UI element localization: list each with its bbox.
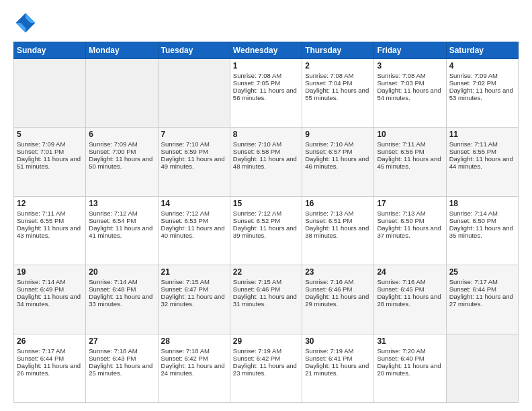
sunset-text: Sunset: 6:58 PM	[233, 148, 299, 155]
header	[13, 11, 519, 35]
daylight-text: Daylight: 11 hours and 28 minutes.	[377, 293, 443, 308]
calendar-header-saturday: Saturday	[446, 42, 518, 59]
calendar-cell: 26Sunrise: 7:17 AMSunset: 6:44 PMDayligh…	[14, 334, 86, 402]
day-number: 13	[89, 199, 154, 208]
daylight-text: Daylight: 11 hours and 49 minutes.	[161, 155, 227, 170]
sunrise-text: Sunrise: 7:11 AM	[449, 140, 515, 148]
day-number: 18	[449, 199, 515, 208]
daylight-text: Daylight: 11 hours and 38 minutes.	[305, 224, 371, 239]
sunrise-text: Sunrise: 7:13 AM	[377, 210, 443, 217]
daylight-text: Daylight: 11 hours and 34 minutes.	[17, 293, 83, 308]
sunrise-text: Sunrise: 7:17 AM	[17, 347, 83, 355]
sunrise-text: Sunrise: 7:10 AM	[305, 140, 371, 148]
calendar-cell: 17Sunrise: 7:13 AMSunset: 6:50 PMDayligh…	[374, 196, 446, 265]
daylight-text: Daylight: 11 hours and 37 minutes.	[377, 224, 443, 239]
calendar-cell: 31Sunrise: 7:20 AMSunset: 6:40 PMDayligh…	[374, 334, 446, 402]
day-number: 27	[89, 336, 154, 346]
calendar-cell: 5Sunrise: 7:09 AMSunset: 7:01 PMDaylight…	[14, 128, 86, 196]
daylight-text: Daylight: 11 hours and 53 minutes.	[449, 87, 515, 101]
sunset-text: Sunset: 6:59 PM	[161, 148, 227, 155]
calendar-cell: 19Sunrise: 7:14 AMSunset: 6:49 PMDayligh…	[14, 265, 86, 334]
sunset-text: Sunset: 6:53 PM	[161, 217, 227, 224]
sunset-text: Sunset: 6:41 PM	[305, 355, 371, 362]
daylight-text: Daylight: 11 hours and 33 minutes.	[89, 293, 154, 308]
sunset-text: Sunset: 6:56 PM	[377, 148, 443, 155]
daylight-text: Daylight: 11 hours and 44 minutes.	[449, 155, 515, 170]
calendar-cell: 3Sunrise: 7:08 AMSunset: 7:03 PMDaylight…	[374, 59, 446, 128]
calendar-header-wednesday: Wednesday	[230, 42, 302, 59]
calendar-cell: 27Sunrise: 7:18 AMSunset: 6:43 PMDayligh…	[86, 334, 158, 402]
daylight-text: Daylight: 11 hours and 35 minutes.	[449, 224, 515, 239]
day-number: 6	[89, 130, 154, 139]
sunset-text: Sunset: 6:50 PM	[377, 217, 443, 224]
calendar-week-row: 26Sunrise: 7:17 AMSunset: 6:44 PMDayligh…	[14, 334, 519, 402]
sunset-text: Sunset: 6:43 PM	[89, 355, 154, 362]
daylight-text: Daylight: 11 hours and 20 minutes.	[377, 362, 443, 377]
sunrise-text: Sunrise: 7:09 AM	[449, 72, 515, 79]
sunrise-text: Sunrise: 7:13 AM	[305, 210, 371, 217]
sunrise-text: Sunrise: 7:18 AM	[89, 347, 154, 355]
sunset-text: Sunset: 6:42 PM	[233, 355, 299, 362]
day-number: 5	[17, 130, 83, 139]
calendar-cell: 4Sunrise: 7:09 AMSunset: 7:02 PMDaylight…	[446, 59, 518, 128]
day-number: 14	[161, 199, 227, 208]
day-number: 31	[377, 336, 443, 346]
daylight-text: Daylight: 11 hours and 31 minutes.	[233, 293, 299, 308]
day-number: 25	[449, 267, 515, 277]
daylight-text: Daylight: 11 hours and 54 minutes.	[377, 87, 443, 101]
sunrise-text: Sunrise: 7:09 AM	[17, 140, 83, 148]
calendar-cell	[158, 59, 230, 128]
calendar-cell: 29Sunrise: 7:19 AMSunset: 6:42 PMDayligh…	[230, 334, 302, 402]
sunset-text: Sunset: 7:05 PM	[233, 79, 299, 87]
sunrise-text: Sunrise: 7:17 AM	[449, 278, 515, 285]
day-number: 17	[377, 199, 443, 208]
sunset-text: Sunset: 7:01 PM	[17, 148, 83, 155]
sunrise-text: Sunrise: 7:10 AM	[161, 140, 227, 148]
daylight-text: Daylight: 11 hours and 48 minutes.	[233, 155, 299, 170]
sunset-text: Sunset: 7:02 PM	[449, 79, 515, 87]
sunrise-text: Sunrise: 7:14 AM	[89, 278, 154, 285]
daylight-text: Daylight: 11 hours and 43 minutes.	[17, 224, 83, 239]
daylight-text: Daylight: 11 hours and 39 minutes.	[233, 224, 299, 239]
calendar-cell	[14, 59, 86, 128]
sunrise-text: Sunrise: 7:11 AM	[377, 140, 443, 148]
day-number: 2	[305, 61, 371, 71]
calendar-header-friday: Friday	[374, 42, 446, 59]
calendar-cell: 13Sunrise: 7:12 AMSunset: 6:54 PMDayligh…	[86, 196, 158, 265]
sunset-text: Sunset: 6:44 PM	[17, 355, 83, 362]
sunset-text: Sunset: 7:04 PM	[305, 79, 371, 87]
day-number: 30	[305, 336, 371, 346]
calendar-cell: 16Sunrise: 7:13 AMSunset: 6:51 PMDayligh…	[302, 196, 374, 265]
sunrise-text: Sunrise: 7:08 AM	[233, 72, 299, 79]
day-number: 23	[305, 267, 371, 277]
calendar-cell: 2Sunrise: 7:08 AMSunset: 7:04 PMDaylight…	[302, 59, 374, 128]
calendar-week-row: 12Sunrise: 7:11 AMSunset: 6:55 PMDayligh…	[14, 196, 519, 265]
daylight-text: Daylight: 11 hours and 41 minutes.	[89, 224, 154, 239]
calendar-cell: 30Sunrise: 7:19 AMSunset: 6:41 PMDayligh…	[302, 334, 374, 402]
sunset-text: Sunset: 6:42 PM	[161, 355, 227, 362]
calendar-header-row: SundayMondayTuesdayWednesdayThursdayFrid…	[14, 42, 519, 59]
calendar-cell: 28Sunrise: 7:18 AMSunset: 6:42 PMDayligh…	[158, 334, 230, 402]
sunrise-text: Sunrise: 7:10 AM	[233, 140, 299, 148]
calendar-week-row: 1Sunrise: 7:08 AMSunset: 7:05 PMDaylight…	[14, 59, 519, 128]
day-number: 7	[161, 130, 227, 139]
daylight-text: Daylight: 11 hours and 26 minutes.	[17, 362, 83, 377]
sunrise-text: Sunrise: 7:16 AM	[377, 278, 443, 285]
daylight-text: Daylight: 11 hours and 50 minutes.	[89, 155, 154, 170]
daylight-text: Daylight: 11 hours and 51 minutes.	[17, 155, 83, 170]
sunrise-text: Sunrise: 7:16 AM	[305, 278, 371, 285]
calendar-table: SundayMondayTuesdayWednesdayThursdayFrid…	[13, 42, 519, 403]
sunrise-text: Sunrise: 7:15 AM	[161, 278, 227, 285]
day-number: 20	[89, 267, 154, 277]
logo-icon	[13, 11, 38, 35]
day-number: 24	[377, 267, 443, 277]
calendar-cell: 14Sunrise: 7:12 AMSunset: 6:53 PMDayligh…	[158, 196, 230, 265]
day-number: 28	[161, 336, 227, 346]
daylight-text: Daylight: 11 hours and 56 minutes.	[233, 87, 299, 101]
calendar-cell: 21Sunrise: 7:15 AMSunset: 6:47 PMDayligh…	[158, 265, 230, 334]
sunset-text: Sunset: 6:44 PM	[449, 285, 515, 293]
day-number: 12	[17, 199, 83, 208]
sunrise-text: Sunrise: 7:12 AM	[89, 210, 154, 217]
sunset-text: Sunset: 6:55 PM	[449, 148, 515, 155]
calendar-cell: 22Sunrise: 7:15 AMSunset: 6:46 PMDayligh…	[230, 265, 302, 334]
